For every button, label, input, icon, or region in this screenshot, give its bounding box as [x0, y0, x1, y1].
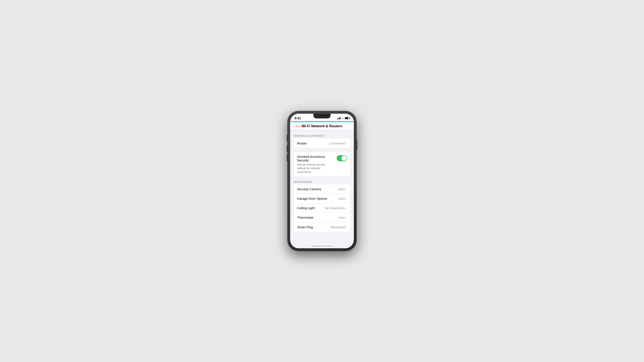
phone-shell: 9:41 ∿ ‹ Back Wi-Fi	[288, 111, 356, 251]
ceiling-light-label: Ceiling Light	[297, 206, 315, 210]
router-value: Connected	[330, 141, 345, 145]
toggle-knob	[341, 156, 346, 161]
back-chevron-icon: ‹	[294, 124, 295, 128]
homekit-section: HomeKit Accessory Security Impose networ…	[290, 152, 354, 176]
battery-icon	[345, 117, 350, 119]
security-camera-right: Auto ›	[338, 187, 347, 191]
homekit-toggle-switch[interactable]	[337, 155, 347, 161]
status-icons: ∿	[337, 117, 350, 120]
accessories-card: Security Camera Auto › Garage Door Opene…	[294, 184, 350, 232]
thermostat-label: Thermostat	[297, 216, 314, 219]
garage-door-item[interactable]: Garage Door Opener Auto ›	[294, 194, 350, 203]
security-camera-label: Security Camera	[297, 187, 321, 191]
homekit-toggle-row: HomeKit Accessory Security Impose networ…	[294, 152, 350, 176]
camera	[326, 115, 328, 116]
security-camera-item[interactable]: Security Camera Auto ›	[294, 184, 350, 194]
router-label: Router	[297, 141, 307, 145]
homekit-toggle-desc: Impose network security settings for Hom…	[297, 163, 334, 174]
accessories-section: ACCESSORIES Security Camera Auto › Garag…	[290, 181, 354, 232]
nav-bar: ‹ Back Wi-Fi Network & Routers	[290, 122, 354, 130]
routers-section: ROUTERS & EXTENDERS Router Connected ›	[290, 135, 354, 148]
smart-plug-right: Restricted ›	[330, 225, 347, 229]
back-button[interactable]: ‹ Back	[294, 124, 303, 128]
router-item[interactable]: Router Connected ›	[294, 138, 350, 148]
routers-card: Router Connected ›	[294, 138, 350, 148]
ceiling-light-item[interactable]: Ceiling Light No Restriction ›	[294, 203, 350, 213]
routers-section-header: ROUTERS & EXTENDERS	[290, 135, 354, 138]
smart-plug-value: Restricted	[330, 225, 345, 229]
ceiling-light-value: No Restriction	[325, 206, 345, 210]
router-right: Connected ›	[330, 141, 347, 145]
speaker	[318, 115, 326, 116]
signal-bars-icon	[337, 117, 341, 119]
ceiling-light-right: No Restriction ›	[325, 206, 347, 210]
page-title: Wi-Fi Network & Routers	[302, 124, 342, 128]
homekit-toggle-content: HomeKit Accessory Security Impose networ…	[297, 155, 334, 174]
smart-plug-label: Smart Plug	[297, 225, 313, 229]
content-area: ROUTERS & EXTENDERS Router Connected ›	[290, 130, 354, 242]
garage-door-label: Garage Door Opener	[297, 197, 328, 200]
garage-door-chevron-icon: ›	[346, 197, 347, 200]
garage-door-value: Auto	[338, 197, 345, 200]
status-time: 9:41	[294, 116, 301, 120]
smart-plug-chevron-icon: ›	[346, 225, 347, 229]
smart-plug-item[interactable]: Smart Plug Restricted ›	[294, 222, 350, 232]
accessories-section-header: ACCESSORIES	[290, 181, 354, 184]
thermostat-chevron-icon: ›	[346, 216, 347, 219]
home-indicator	[311, 246, 333, 247]
wifi-icon: ∿	[342, 117, 344, 120]
notch	[314, 114, 330, 118]
phone-screen: 9:41 ∿ ‹ Back Wi-Fi	[290, 114, 354, 248]
homekit-card: HomeKit Accessory Security Impose networ…	[294, 152, 350, 176]
security-camera-chevron-icon: ›	[346, 187, 347, 191]
thermostat-right: Auto ›	[338, 216, 347, 219]
home-bar	[290, 242, 354, 248]
homekit-toggle-label: HomeKit Accessory Security	[297, 155, 334, 162]
garage-door-right: Auto ›	[338, 197, 347, 200]
security-camera-value: Auto	[338, 187, 345, 191]
thermostat-item[interactable]: Thermostat Auto ›	[294, 213, 350, 222]
ceiling-light-chevron-icon: ›	[346, 206, 347, 210]
router-chevron-icon: ›	[346, 141, 347, 145]
thermostat-value: Auto	[338, 216, 345, 219]
